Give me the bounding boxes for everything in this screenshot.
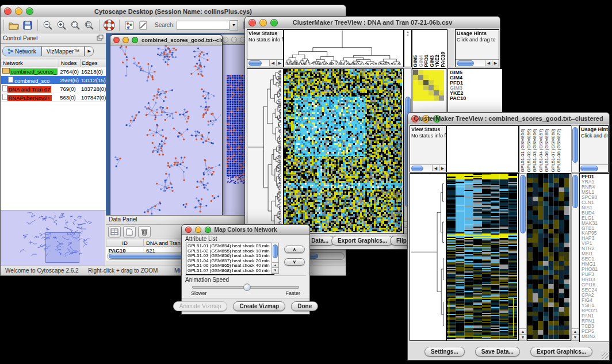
treeview2-zoom-vscrollbar[interactable]: ▲ ▼ <box>571 173 579 341</box>
search-input[interactable] <box>177 21 230 30</box>
treeview2-heatmap[interactable] <box>446 173 519 341</box>
zoom-in-icon[interactable] <box>55 19 68 32</box>
column-label[interactable]: GPL51-08 (GSM872) <box>556 129 563 173</box>
scroll-left-icon[interactable]: ◀ <box>432 165 439 171</box>
search-dropdown-arrow[interactable]: ▼ <box>230 20 238 30</box>
scroll-down-icon[interactable]: ▼ <box>272 267 278 273</box>
network-row[interactable]: RNAPuberNov2+ 563(0) 107847(0) <box>1 93 108 102</box>
treeview2-zoom-heatmap[interactable] <box>527 173 571 341</box>
column-label[interactable]: GPL51-03 (GSM856) <box>532 129 538 173</box>
export-graphics-button[interactable]: Export Graphics... <box>331 236 393 246</box>
usage-hints-hscrollbar[interactable]: ◀ ▶ <box>456 59 499 67</box>
help-lifesaver-icon[interactable] <box>102 19 116 32</box>
attribute-list[interactable]: GPL51-01 (GSM854) heat shock 05 minGPL51… <box>186 243 274 275</box>
column-label[interactable]: GPL51-07 (GSM868) <box>550 129 557 173</box>
col-edges[interactable]: Edges <box>80 59 107 67</box>
scrollbar-thumb[interactable] <box>457 60 474 66</box>
treeview2-top-dendrogram-panel[interactable] <box>446 125 519 173</box>
network-row[interactable]: combined_scores_ 2764(0) 16218(0) <box>1 67 108 76</box>
scroll-down-icon[interactable]: ▼ <box>572 334 579 340</box>
network-row-selected[interactable]: combined_sco 2569(6) 13112(15) <box>1 76 108 85</box>
minimize-icon[interactable] <box>123 37 129 43</box>
float-panel-icon[interactable] <box>97 35 104 42</box>
column-label[interactable]: GIM3 <box>430 55 435 67</box>
column-label[interactable]: GPL51-04 (GSM857) <box>538 129 545 173</box>
column-label[interactable]: PAC10 <box>441 52 446 67</box>
column-label[interactable]: GPL51-01 (GSM854) <box>520 129 526 173</box>
animation-speed-slider[interactable] <box>192 286 299 289</box>
mini-heatmap[interactable] <box>413 70 444 101</box>
resize-grip[interactable] <box>602 352 609 359</box>
treeview2-row-dendrogram-panel[interactable] <box>410 173 446 341</box>
scrollbar-thumb[interactable] <box>580 166 598 171</box>
view-status-hscrollbar[interactable]: ◀ ▶ <box>247 59 283 67</box>
tab-overflow-arrow[interactable]: ▶ <box>85 46 94 56</box>
scroll-right-icon[interactable]: ▶ <box>439 165 446 171</box>
settings-button[interactable]: Settings... <box>424 347 465 357</box>
close-icon[interactable] <box>113 37 120 43</box>
tab-network[interactable]: Network <box>2 46 41 56</box>
scroll-right-icon[interactable]: ▶ <box>276 60 283 66</box>
network-row[interactable]: DNA and Tran 07 769(0) 183728(0) <box>1 85 108 93</box>
zoom-window-icon[interactable] <box>132 37 138 43</box>
network-canvas[interactable] <box>110 45 221 214</box>
column-label[interactable]: YKE2 <box>435 55 441 67</box>
save-icon[interactable] <box>21 19 35 32</box>
col-nodes[interactable]: Nodes <box>59 59 80 67</box>
table-icon[interactable] <box>108 226 121 237</box>
network-view-window-1[interactable]: combined_scores_good.txt--cluste... <box>110 35 223 216</box>
treeview2-vscrollbar[interactable]: ▲ ▼ <box>519 173 527 341</box>
scrollbar-thumb[interactable] <box>572 175 578 208</box>
export-graphics-button[interactable]: Export Graphics... <box>530 347 592 357</box>
scroll-left-icon[interactable]: ◀ <box>269 60 276 66</box>
scrollbar-thumb[interactable] <box>411 166 423 171</box>
done-button[interactable]: Done <box>291 301 318 311</box>
inner-window1-title-bar[interactable]: combined_scores_good.txt--cluste... <box>110 35 222 45</box>
slider-thumb[interactable] <box>243 283 251 291</box>
col-network[interactable]: Network <box>1 59 59 67</box>
treeview1-top-dendrogram-panel[interactable] <box>284 29 404 67</box>
network-overview[interactable] <box>1 210 105 266</box>
row-label[interactable]: PAC10 <box>450 96 500 101</box>
new-page-icon[interactable] <box>123 226 136 237</box>
zoom-fit-icon[interactable] <box>82 19 96 32</box>
scrollbar-thumb[interactable] <box>572 127 578 163</box>
annotation-icon[interactable] <box>136 19 150 32</box>
treeview1-heatmap[interactable] <box>284 68 404 234</box>
treeview1-row-dendrogram-panel[interactable] <box>247 68 284 234</box>
move-up-button[interactable]: ∧ <box>284 246 305 253</box>
scroll-down-icon[interactable]: ▼ <box>519 334 526 340</box>
usage-hints-hscrollbar[interactable] <box>580 164 608 172</box>
animate-vizmap-button[interactable]: Animate Vizmap <box>173 301 228 311</box>
trash-icon[interactable] <box>138 226 151 237</box>
column-label[interactable]: GIM4 <box>419 55 424 67</box>
save-data-button[interactable]: Save Data... <box>475 347 520 357</box>
minimize-icon[interactable] <box>231 37 237 43</box>
treeview1-title-bar[interactable]: ClusterMaker TreeView : DNA and Tran 07-… <box>245 17 500 29</box>
gene-label[interactable]: MON2 <box>582 334 609 339</box>
zoom-selected-icon[interactable] <box>68 19 82 32</box>
zoom-out-icon[interactable] <box>41 19 55 32</box>
attr-col-id[interactable]: ID <box>106 239 144 247</box>
attribute-list-vscrollbar[interactable]: ▲ ▼ <box>271 243 279 274</box>
scrollbar-thumb[interactable] <box>248 60 262 66</box>
close-icon[interactable] <box>223 37 228 43</box>
column-label[interactable]: GPL51-06 (GSM865) <box>544 129 550 173</box>
column-label[interactable]: GPL51-02 (GSM855) <box>526 129 533 173</box>
vizmap-icon[interactable] <box>123 19 136 32</box>
view-status-hscrollbar[interactable]: ◀ ▶ <box>410 164 446 172</box>
attribute-item[interactable]: GPL51-07 (GSM868) heat shock 60 min <box>188 269 273 274</box>
column-label[interactable]: PFD1 <box>424 55 430 67</box>
dialog-title-bar[interactable]: Map Colors to Network <box>182 225 309 235</box>
create-vizmap-button[interactable]: Create Vizmap <box>233 301 285 311</box>
open-folder-icon[interactable] <box>7 19 21 32</box>
column-label[interactable]: GIM5 <box>413 55 419 67</box>
scrollbar-thumb[interactable] <box>273 244 278 258</box>
move-down-button[interactable]: ∨ <box>284 258 305 266</box>
scroll-left-icon[interactable]: ◀ <box>485 60 492 66</box>
treeview2-title-bar[interactable]: ClusterMaker TreeView : combined_scores_… <box>408 113 609 125</box>
scroll-right-icon[interactable]: ▶ <box>492 60 499 66</box>
treeview2-labels-vscrollbar[interactable] <box>571 125 579 173</box>
tab-vizmapper[interactable]: VizMapper™ <box>41 46 85 56</box>
scrollbar-thumb[interactable] <box>520 175 526 233</box>
